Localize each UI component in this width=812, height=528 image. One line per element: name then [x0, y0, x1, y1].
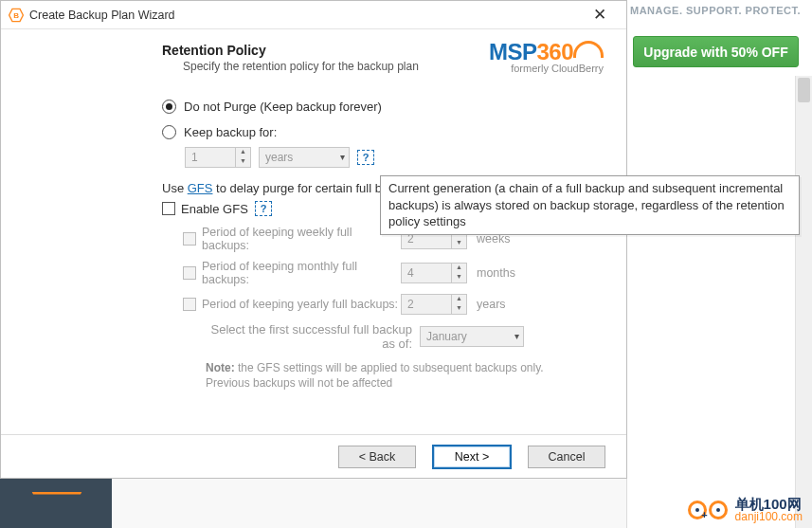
window-title: Create Backup Plan Wizard — [29, 9, 581, 22]
gfs-yearly-unit: years — [477, 298, 506, 311]
radio-do-not-purge[interactable] — [162, 100, 176, 114]
gfs-yearly-checkbox — [183, 298, 196, 311]
watermark-url: danji100.com — [735, 511, 803, 522]
tooltip: Current generation (a chain of a full ba… — [380, 175, 800, 235]
right-panel — [626, 0, 812, 528]
tagline: MANAGE. SUPPORT. PROTECT. — [630, 5, 801, 16]
help-icon[interactable]: ? — [255, 201, 272, 216]
gfs-yearly-value: 2 ▲▼ — [401, 294, 467, 315]
gfs-weekly-checkbox — [183, 232, 196, 246]
app-small-icon: B — [9, 8, 24, 23]
close-icon[interactable]: ✕ — [581, 3, 619, 27]
chevron-down-icon: ▾ — [514, 331, 519, 341]
enable-gfs-label: Enable GFS — [181, 202, 248, 216]
radio-keep-for[interactable] — [162, 125, 176, 139]
upgrade-button[interactable]: Upgrade with 50% OFF — [633, 36, 799, 67]
gfs-weekly-label: Period of keeping weekly full backups: — [202, 226, 401, 252]
radio-keep-for-label: Keep backup for: — [184, 125, 277, 139]
chevron-down-icon: ▼ — [236, 157, 250, 167]
gfs-note: Note: the GFS settings will be applied t… — [206, 360, 566, 391]
chevron-down-icon: ▾ — [340, 152, 345, 162]
help-icon[interactable]: ? — [357, 150, 374, 165]
titlebar: B Create Backup Plan Wizard ✕ — [1, 1, 626, 29]
gfs-monthly-unit: months — [477, 266, 515, 280]
select-first-month: January ▾ — [420, 326, 524, 347]
watermark-name: 单机100网 — [735, 497, 803, 511]
gfs-monthly-checkbox — [183, 266, 196, 280]
brand-text-msp: MSP — [489, 39, 537, 64]
back-button[interactable]: < Back — [338, 446, 416, 468]
select-first-label: Select the first successful full backup … — [206, 322, 412, 351]
gfs-yearly-label: Period of keeping yearly full backups: — [202, 298, 401, 311]
svg-text:B: B — [13, 11, 19, 20]
keep-for-value-input: 1 ▲▼ — [185, 147, 251, 168]
radio-do-not-purge-label: Do not Purge (Keep backup forever) — [184, 100, 382, 114]
watermark-icon — [688, 501, 728, 519]
cloud-icon — [573, 41, 604, 58]
chevron-up-icon: ▲ — [236, 148, 250, 157]
watermark: 单机100网 danji100.com — [688, 497, 803, 522]
gfs-settings-block: Period of keeping weekly full backups: 2… — [183, 226, 598, 391]
gfs-link[interactable]: GFS — [188, 181, 213, 195]
right-scrollbar[interactable] — [795, 76, 812, 528]
cancel-button[interactable]: Cancel — [528, 446, 605, 468]
enable-gfs-checkbox[interactable] — [162, 202, 175, 215]
next-button[interactable]: Next > — [433, 446, 511, 468]
brand-text-360: 360 — [536, 39, 573, 64]
keep-for-unit-select: years ▾ — [259, 147, 350, 168]
brand-logo: MSP360 formerly CloudBerry — [489, 39, 604, 74]
wizard-dialog: B Create Backup Plan Wizard ✕ MSP360 for… — [0, 0, 627, 479]
gfs-monthly-value: 4 ▲▼ — [401, 263, 467, 283]
gfs-monthly-label: Period of keeping monthly full backups: — [202, 260, 401, 286]
wizard-footer: < Back Next > Cancel — [1, 434, 626, 478]
